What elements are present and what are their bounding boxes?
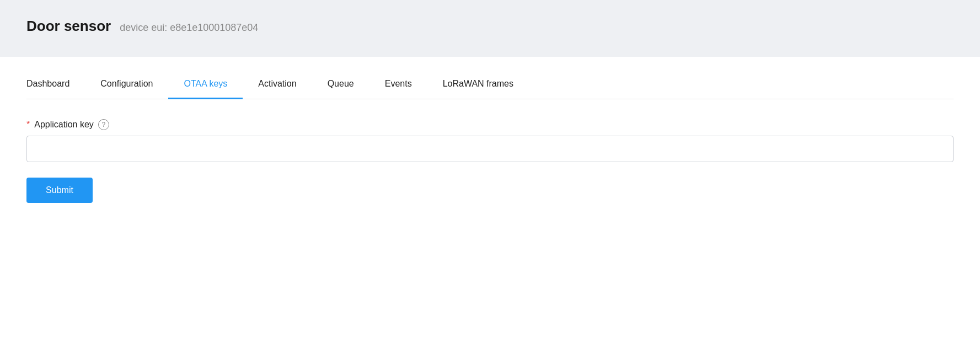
device-title: Door sensor [26,18,111,35]
tab-configuration[interactable]: Configuration [85,70,168,99]
application-key-input[interactable] [26,136,954,162]
content-area: Dashboard Configuration OTAA keys Activa… [0,57,980,229]
application-key-label: Application key [34,120,94,130]
otaa-keys-form: * Application key ? Submit [26,99,954,229]
tabs-bar: Dashboard Configuration OTAA keys Activa… [26,57,954,99]
tab-queue[interactable]: Queue [312,70,369,99]
tab-lorawan-frames[interactable]: LoRaWAN frames [427,70,529,99]
required-star: * [26,120,30,130]
application-key-label-row: * Application key ? [26,119,954,130]
tab-dashboard[interactable]: Dashboard [26,70,85,99]
tab-events[interactable]: Events [369,70,427,99]
tab-activation[interactable]: Activation [243,70,312,99]
device-eui: device eui: e8e1e10001087e04 [120,22,258,34]
page-header: Door sensor device eui: e8e1e10001087e04 [0,0,980,57]
tab-otaa-keys[interactable]: OTAA keys [168,70,243,99]
submit-button[interactable]: Submit [26,178,93,203]
help-icon[interactable]: ? [98,119,109,130]
